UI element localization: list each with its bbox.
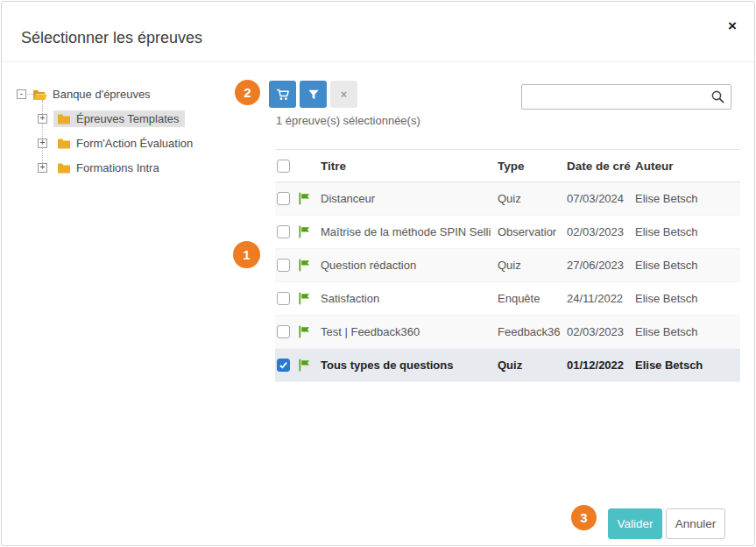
test-author: Elise Betsch	[635, 259, 740, 272]
test-title: Test | Feedback360	[321, 325, 498, 338]
column-header-title[interactable]: Titre	[321, 160, 498, 173]
table-row[interactable]: Maîtrise de la méthode SPIN Selli Observ…	[275, 216, 740, 249]
folder-icon	[57, 113, 71, 124]
table-row[interactable]: Test | Feedback360 Feedback36 02/03/2023…	[275, 316, 740, 349]
flag-icon	[298, 292, 311, 305]
test-type: Quiz	[498, 259, 567, 272]
table-body: Distanceur Quiz 07/03/2024 Elise Betsch …	[275, 182, 740, 382]
cart-button[interactable]	[269, 81, 296, 108]
table-row[interactable]: Distanceur Quiz 07/03/2024 Elise Betsch	[275, 182, 740, 216]
clear-selection-button[interactable]: ×	[330, 81, 357, 108]
test-title: Question rédaction	[321, 259, 498, 272]
flag-icon	[298, 192, 311, 205]
test-title: Satisfaction	[321, 292, 498, 305]
folder-icon	[57, 162, 71, 174]
tree-item-formaction-evaluation[interactable]: + Form'Action Évaluation	[38, 134, 198, 153]
test-type: Quiz	[498, 192, 567, 205]
test-author: Elise Betsch	[635, 292, 740, 305]
test-type: Observatior	[498, 225, 567, 238]
tree-item-epreuves-templates[interactable]: + Épreuves Templates	[38, 110, 185, 128]
test-title: Maîtrise de la méthode SPIN Selli	[321, 225, 498, 238]
selection-status: 1 épreuve(s) sélectionnée(s)	[276, 114, 420, 127]
test-type: Quiz	[498, 359, 567, 372]
test-date: 24/11/2022	[567, 292, 635, 305]
expand-icon[interactable]: +	[38, 163, 47, 173]
column-header-date[interactable]: Date de cré	[567, 160, 635, 173]
test-date: 02/03/2023	[567, 325, 635, 338]
clear-icon: ×	[341, 89, 347, 101]
select-tests-dialog: Sélectionner les épreuves × - Banque d'é…	[1, 1, 755, 546]
table-row[interactable]: Satisfaction Enquête 24/11/2022 Elise Be…	[275, 282, 740, 316]
tree-item-label[interactable]: Formations Intra	[76, 161, 159, 174]
test-title: Tous types de questions	[321, 359, 498, 372]
test-type: Feedback36	[498, 325, 567, 338]
tree-item-formations-intra[interactable]: + Formations Intra	[38, 159, 165, 177]
flag-icon	[298, 325, 311, 338]
tree-item-label[interactable]: Form'Action Évaluation	[76, 137, 193, 150]
column-header-type[interactable]: Type	[498, 160, 567, 173]
flag-icon	[298, 359, 311, 372]
row-checkbox[interactable]	[277, 259, 290, 272]
search-input[interactable]	[522, 85, 708, 109]
test-date: 27/06/2023	[567, 259, 635, 272]
annotation-badge-1: 1	[233, 241, 260, 268]
row-checkbox[interactable]	[277, 325, 290, 338]
tree-item-label[interactable]: Banque d'épreuves	[53, 88, 151, 101]
test-date: 01/12/2022	[567, 359, 635, 372]
row-checkbox[interactable]	[277, 192, 290, 205]
dialog-header: Sélectionner les épreuves ×	[2, 2, 754, 62]
expand-icon[interactable]: +	[38, 139, 47, 148]
test-date: 07/03/2024	[567, 192, 635, 205]
folder-icon	[57, 138, 71, 149]
tree-item-banque-epreuves[interactable]: - Banque d'épreuves	[17, 85, 151, 103]
expand-icon[interactable]: +	[38, 114, 47, 124]
annotation-badge-2: 2	[235, 80, 260, 105]
cancel-button[interactable]: Annuler	[666, 508, 725, 539]
search-box	[521, 84, 731, 110]
row-checkbox[interactable]	[277, 225, 290, 238]
row-checkbox[interactable]	[277, 359, 290, 372]
table-row[interactable]: Question rédaction Quiz 27/06/2023 Elise…	[275, 249, 740, 282]
test-type: Enquête	[498, 292, 567, 305]
validate-button[interactable]: Valider	[608, 508, 662, 539]
collapse-icon[interactable]: -	[17, 89, 26, 99]
search-icon[interactable]	[710, 89, 725, 107]
test-title: Distanceur	[321, 192, 498, 205]
flag-icon	[298, 225, 311, 238]
column-header-author[interactable]: Auteur	[635, 160, 740, 173]
tree-item-label[interactable]: Épreuves Templates	[76, 112, 180, 125]
test-author: Elise Betsch	[635, 225, 740, 238]
test-author: Elise Betsch	[635, 192, 740, 205]
close-icon[interactable]: ×	[728, 18, 737, 33]
row-checkbox[interactable]	[277, 292, 290, 305]
dialog-title: Sélectionner les épreuves	[21, 29, 202, 47]
table-row[interactable]: Tous types de questions Quiz 01/12/2022 …	[275, 349, 740, 382]
filter-button[interactable]	[300, 81, 327, 108]
cart-icon	[276, 88, 290, 102]
flag-icon	[298, 259, 311, 272]
test-date: 02/03/2023	[567, 225, 635, 238]
annotation-badge-3: 3	[571, 505, 597, 530]
tests-table: Titre Type Date de cré Auteur Distanceur…	[275, 149, 740, 382]
test-author: Elise Betsch	[635, 325, 740, 338]
open-folder-icon	[32, 89, 47, 101]
table-header-row: Titre Type Date de cré Auteur	[275, 149, 740, 182]
test-author: Elise Betsch	[635, 359, 740, 372]
select-all-checkbox[interactable]	[277, 160, 290, 173]
filter-icon	[307, 89, 320, 101]
